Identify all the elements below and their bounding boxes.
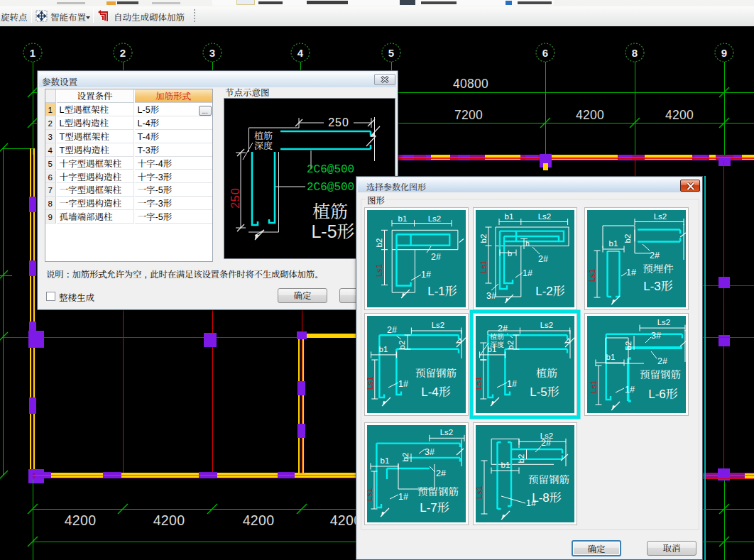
svg-text:深度: 深度 [254, 138, 273, 152]
svg-text:L-8形: L-8形 [532, 488, 562, 505]
svg-text:b1: b1 [381, 454, 390, 466]
svg-text:L-1形: L-1形 [427, 281, 457, 299]
svg-text:L-6形: L-6形 [648, 384, 678, 402]
svg-text:1#: 1# [625, 383, 635, 395]
svg-text:1#: 1# [398, 490, 408, 503]
svg-text:2#: 2# [538, 252, 548, 265]
svg-text:b1: b1 [609, 237, 618, 248]
svg-text:4200: 4200 [665, 105, 694, 123]
svg-text:L-4形: L-4形 [421, 382, 451, 400]
svg-text:4200: 4200 [153, 510, 185, 529]
svg-text:Ls1: Ls1 [367, 377, 375, 390]
svg-text:5: 5 [388, 45, 394, 60]
svg-text:b1: b1 [606, 351, 616, 362]
svg-text:2#: 2# [657, 354, 667, 367]
svg-text:4200: 4200 [65, 510, 97, 529]
svg-text:L-2形: L-2形 [535, 281, 565, 299]
svg-text:b2: b2 [504, 341, 515, 350]
svg-text:1#: 1# [626, 265, 636, 278]
svg-text:预留钢筋: 预留钢筋 [415, 365, 457, 380]
svg-text:b2: b2 [621, 234, 633, 243]
svg-text:2#: 2# [436, 466, 446, 479]
svg-text:6: 6 [542, 45, 548, 60]
svg-text:深度: 深度 [490, 339, 504, 349]
svg-text:b1: b1 [398, 212, 408, 223]
svg-text:Ls1: Ls1 [476, 377, 483, 390]
svg-text:4: 4 [297, 45, 304, 60]
svg-text:Ls2: Ls2 [428, 212, 442, 223]
svg-text:1: 1 [30, 45, 35, 60]
svg-text:L-7形: L-7形 [420, 498, 449, 515]
svg-text:b2: b2 [399, 453, 410, 462]
svg-text:Ls2: Ls2 [540, 319, 554, 330]
svg-text:植筋: 植筋 [536, 365, 557, 380]
svg-text:Ls2: Ls2 [538, 210, 552, 221]
svg-text:7200: 7200 [454, 105, 483, 123]
svg-text:Ls2: Ls2 [440, 426, 454, 437]
svg-text:1#: 1# [421, 268, 431, 280]
svg-text:Ls2: Ls2 [432, 319, 445, 330]
svg-text:b1: b1 [379, 343, 388, 354]
svg-text:Ls1: Ls1 [587, 380, 599, 394]
svg-text:b2: b2 [477, 234, 488, 243]
svg-text:预留钢筋: 预留钢筋 [417, 483, 459, 498]
svg-text:Ls2: Ls2 [657, 316, 671, 327]
svg-text:2C6@500: 2C6@500 [307, 163, 354, 176]
svg-text:Ls1: Ls1 [476, 486, 484, 500]
svg-text:3: 3 [209, 45, 215, 60]
svg-text:Ls1: Ls1 [477, 260, 488, 273]
svg-text:2#: 2# [431, 250, 441, 263]
svg-text:2#: 2# [541, 436, 551, 449]
svg-text:Ls1: Ls1 [367, 488, 374, 502]
svg-text:L-5形: L-5形 [311, 217, 354, 243]
svg-text:b1: b1 [501, 459, 510, 470]
svg-text:2: 2 [120, 45, 126, 60]
svg-text:4200: 4200 [576, 105, 604, 123]
svg-text:1#: 1# [523, 266, 532, 279]
svg-text:4200: 4200 [243, 510, 275, 529]
svg-text:h: h [525, 238, 530, 248]
svg-text:b2: b2 [395, 341, 407, 350]
svg-text:b: b [508, 247, 512, 258]
svg-text:L-5形: L-5形 [530, 382, 559, 400]
svg-text:3#: 3# [486, 289, 496, 302]
svg-text:3#: 3# [651, 329, 661, 341]
svg-text:Ls1: Ls1 [587, 268, 597, 282]
svg-text:8: 8 [632, 45, 638, 60]
svg-text:预留钢筋: 预留钢筋 [528, 471, 569, 486]
svg-text:250: 250 [226, 188, 243, 209]
svg-text:Ls2: Ls2 [654, 210, 667, 221]
svg-text:2#: 2# [650, 248, 660, 261]
svg-text:L-3形: L-3形 [643, 276, 673, 294]
svg-text:预留钢筋: 预留钢筋 [640, 366, 681, 381]
svg-text:b2: b2 [515, 454, 526, 463]
svg-text:9: 9 [721, 45, 727, 60]
svg-text:Ls1: Ls1 [373, 263, 384, 277]
svg-text:2C6@500: 2C6@500 [307, 181, 354, 194]
svg-text:预埋件: 预埋件 [643, 260, 674, 275]
svg-text:3#: 3# [425, 445, 435, 458]
svg-text:2#: 2# [387, 323, 397, 336]
svg-text:b2: b2 [622, 341, 633, 351]
svg-text:1#: 1# [398, 377, 408, 390]
svg-text:b1: b1 [505, 210, 514, 221]
svg-text:250: 250 [328, 114, 349, 130]
svg-text:b2: b2 [373, 238, 384, 247]
svg-text:40800: 40800 [453, 74, 488, 92]
svg-text:1#: 1# [507, 377, 517, 390]
